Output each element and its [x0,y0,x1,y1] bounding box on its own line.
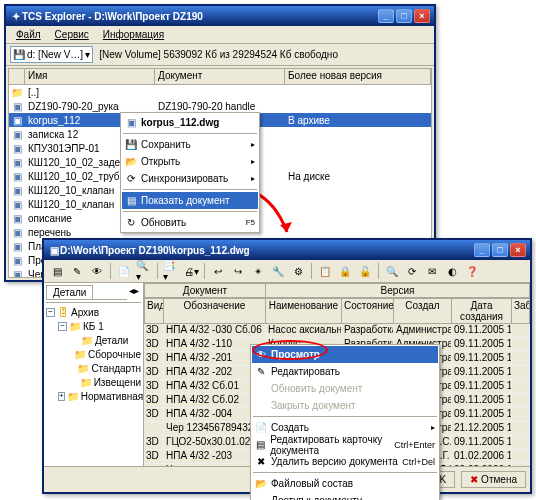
tool-8[interactable]: ↩ [209,262,227,280]
file-icon: ▣ [9,184,25,196]
ctx-show-document[interactable]: ▤Показать документ [122,192,258,209]
tool-17[interactable]: ⟳ [403,262,421,280]
tool-19[interactable]: ◐ [443,262,461,280]
tool-9[interactable]: ↪ [229,262,247,280]
file-name[interactable]: DZ190-790-20_рука [25,101,155,112]
col-data[interactable]: Дата создания [452,298,512,324]
tree-izv[interactable]: Извещени [94,377,141,388]
folder-icon: 📁 [80,376,92,388]
card-icon: ▤ [255,439,266,451]
col-name[interactable]: Имя [25,69,155,84]
tab-details[interactable]: Детали [46,285,93,300]
col-group-doc[interactable]: Документ [144,283,266,298]
tool-2[interactable]: ✎ [68,262,86,280]
tool-11[interactable]: 🔧 [269,262,287,280]
ctx-save[interactable]: 💾Сохранить▸ [122,136,258,153]
col-naim[interactable]: Наименование [266,298,342,324]
tool-15[interactable]: 🔓 [356,262,374,280]
close-button[interactable]: × [510,243,526,257]
ctx-edit[interactable]: ✎Редактировать [252,363,438,380]
col-oboz[interactable]: Обозначение [164,298,266,324]
tool-5[interactable]: 🔍▾ [135,262,153,280]
maximize-button[interactable]: □ [492,243,508,257]
file-icon: ▣ [9,128,25,140]
tool-7[interactable]: 🖨▾ [182,262,200,280]
menu-service[interactable]: Сервис [49,28,95,41]
tab-arrows[interactable]: ◂▸ [127,285,141,300]
tree-sbor[interactable]: Сборочные [88,349,141,360]
app-icon: ▣ [48,244,60,256]
file-name[interactable]: [..] [25,87,155,98]
drive-icon: 💾 [13,49,25,61]
col-sozdal[interactable]: Создал [394,298,452,324]
sync-icon: ⟳ [125,173,137,185]
tree-archive[interactable]: Архив [71,307,99,318]
tool-4[interactable]: 📄 [115,262,133,280]
menu-file[interactable]: Файл [10,28,47,41]
tool-10[interactable]: ✴ [249,262,267,280]
tool-3[interactable]: 👁 [88,262,106,280]
tool-13[interactable]: 📋 [316,262,334,280]
close-button[interactable]: × [414,9,430,23]
col-vid[interactable]: Вид [144,298,164,324]
drive-combo[interactable]: 💾 d: [New V…] ▾ [10,46,93,63]
maximize-button[interactable]: □ [396,9,412,23]
col-lock[interactable]: Заблокировал [512,298,530,324]
minimize-button[interactable]: _ [378,9,394,23]
tree-kb1[interactable]: КБ 1 [83,321,104,332]
ctx-access[interactable]: Доступ к документу [252,492,438,500]
folder-icon: 📁 [69,320,81,332]
tree-detali[interactable]: Детали [95,335,128,346]
chevron-right-icon: ▸ [431,423,435,432]
folder-up-icon[interactable]: 📁 [9,86,25,98]
tool-1[interactable]: ▤ [48,262,66,280]
folder-icon: 📁 [67,390,79,402]
col-group-ver[interactable]: Версия [266,283,530,298]
save-icon: 💾 [125,139,137,151]
ctx-edit-card[interactable]: ▤Редактировать карточку документаCtrl+En… [252,436,438,453]
ctx-header: ▣korpus_112.dwg [122,114,258,131]
cancel-button[interactable]: ✖Отмена [461,471,526,488]
tree-norm[interactable]: Нормативная д [81,391,144,402]
grid-row[interactable]: 3DНПА 4/32 -030 Сб.06Насос аксиально-пор… [144,324,530,338]
ctx-file-structure[interactable]: 📂Файловый состав [252,475,438,492]
ctx-view[interactable]: 👁Просмотр [252,346,438,363]
ctx-refresh[interactable]: ↻ОбновитьF5 [122,214,258,231]
archive-icon: 🗄 [57,306,69,318]
ctx-open[interactable]: 📂Открыть▸ [122,153,258,170]
minimize-button[interactable]: _ [474,243,490,257]
file-icon: ▣ [9,254,25,266]
tool-14[interactable]: 🔒 [336,262,354,280]
file-icon: ▣ [125,117,137,129]
tool-6[interactable]: 📑▾ [162,262,180,280]
ctx-sync[interactable]: ⟳Синхронизировать▸ [122,170,258,187]
titlebar[interactable]: ✦ TCS Explorer - D:\Work\Проект DZ190 _ … [6,6,434,26]
tool-16[interactable]: 🔍 [383,262,401,280]
file-icon: ▣ [9,240,25,252]
tool-18[interactable]: ✉ [423,262,441,280]
toolbar: ▤ ✎ 👁 📄 🔍▾ 📑▾ 🖨▾ ↩ ↪ ✴ 🔧 ⚙ 📋 🔒 🔓 🔍 ⟳ ✉ ◐… [44,260,530,283]
tool-20[interactable]: ❓ [463,262,481,280]
tree-pane[interactable]: Детали ◂▸ −🗄Архив −📁КБ 1 📁Детали 📁Сбороч… [44,283,144,466]
window-title: TCS Explorer - D:\Work\Проект DZ190 [22,11,378,22]
tool-12[interactable]: ⚙ [289,262,307,280]
chevron-right-icon: ▸ [251,140,255,149]
col-icon[interactable] [9,69,25,84]
expand-icon[interactable]: − [58,322,67,331]
context-menu-doc[interactable]: 👁Просмотр ✎Редактировать Обновить докуме… [250,344,440,500]
menu-info[interactable]: Информация [97,28,170,41]
cancel-icon: ✖ [470,474,478,485]
new-icon: 📄 [255,422,267,434]
file-icon: ▣ [9,170,25,182]
file-icon: ▣ [9,100,25,112]
context-menu-file[interactable]: ▣korpus_112.dwg 💾Сохранить▸ 📂Открыть▸ ⟳С… [120,112,260,233]
ctx-delete-version[interactable]: ✖Удалить версию документаCtrl+Del [252,453,438,470]
drive-free-space: [New Volume] 5639092 Кб из 29294524 Кб с… [99,49,338,60]
tree-std[interactable]: Стандартн [91,363,141,374]
col-doc[interactable]: Документ [155,69,285,84]
expand-icon[interactable]: + [58,392,65,401]
col-ver[interactable]: Более новая версия [285,69,431,84]
col-sost[interactable]: Состояние [342,298,394,324]
drive-bar: 💾 d: [New V…] ▾ [New Volume] 5639092 Кб … [6,44,434,66]
expand-icon[interactable]: − [46,308,55,317]
